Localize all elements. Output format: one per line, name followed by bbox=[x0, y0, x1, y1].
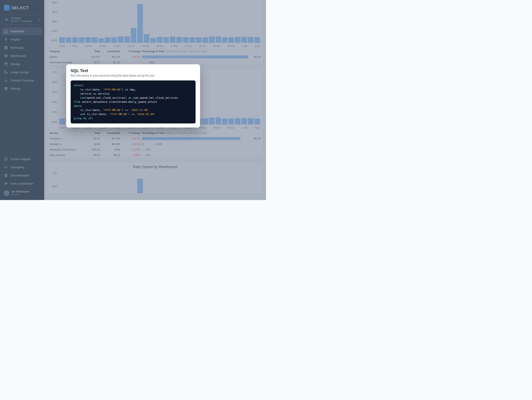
modal-overlay[interactable]: SQL Text Run this query in your account … bbox=[0, 0, 266, 200]
modal-subtitle: Run this query in your account using the… bbox=[71, 74, 196, 77]
modal-title: SQL Text bbox=[71, 68, 196, 73]
sql-modal: SQL Text Run this query in your account … bbox=[66, 64, 200, 127]
sql-code-block[interactable]: select to_char(date, 'YYYY-MM-DD') as da… bbox=[71, 81, 196, 123]
